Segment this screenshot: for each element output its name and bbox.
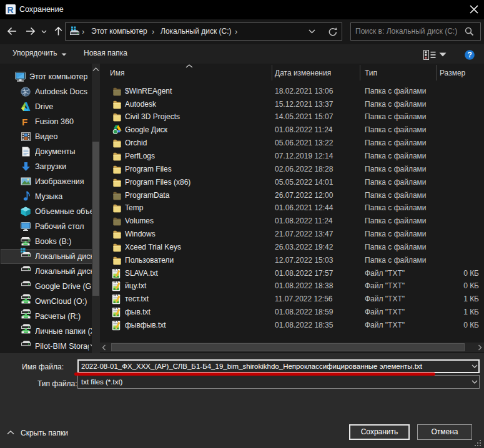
svg-text:F: F bbox=[22, 117, 27, 127]
svg-text:?: ? bbox=[468, 51, 472, 59]
svg-text:R: R bbox=[7, 5, 14, 15]
